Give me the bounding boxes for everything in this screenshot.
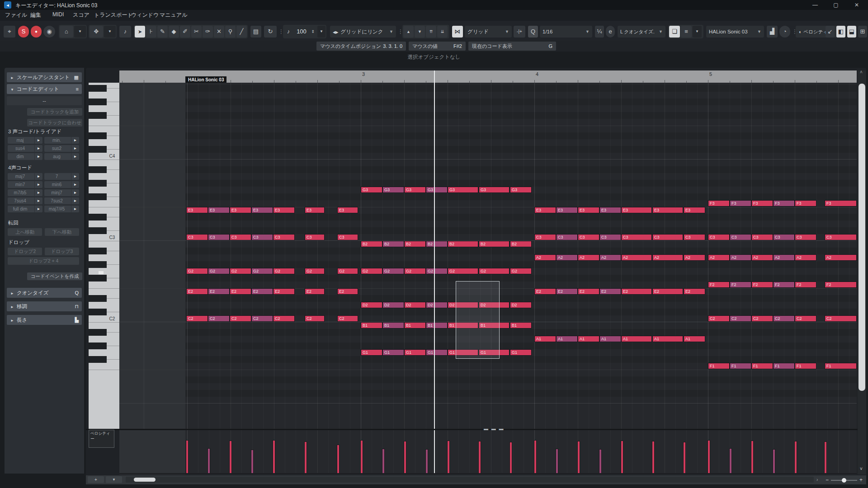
midi-note[interactable]: E3 — [621, 207, 652, 213]
midi-note[interactable]: A1 — [556, 336, 578, 342]
midi-note[interactable]: A2 — [652, 254, 683, 261]
chord-apply-arrow-icon[interactable]: ► — [71, 137, 79, 144]
midi-note[interactable]: A2 — [751, 254, 773, 261]
midi-note[interactable]: C2 — [795, 315, 816, 322]
midi-note[interactable]: E3 — [305, 207, 325, 213]
midi-note[interactable]: B2 — [404, 241, 426, 247]
midi-note[interactable]: E3 — [652, 207, 683, 213]
record-in-editor-button[interactable]: ● — [31, 26, 42, 38]
midi-note[interactable]: C2 — [751, 315, 773, 322]
midi-note[interactable]: C3 — [556, 234, 578, 240]
midi-note[interactable]: E3 — [599, 207, 621, 213]
midi-note[interactable]: C3 — [621, 234, 652, 240]
midi-note[interactable]: C3 — [578, 234, 599, 240]
velocity-bar[interactable] — [337, 445, 339, 473]
swing-icon[interactable]: ¼ — [595, 26, 604, 38]
chord-apply-arrow-icon[interactable]: ► — [34, 206, 42, 212]
velocity-bar[interactable] — [730, 449, 731, 473]
midi-note[interactable]: E2 — [684, 288, 705, 295]
velocity-bar[interactable] — [404, 441, 406, 473]
midi-note[interactable]: G1 — [382, 349, 404, 356]
zoom-slider-knob[interactable] — [842, 478, 846, 483]
midi-note[interactable]: A1 — [534, 336, 556, 342]
midi-note[interactable]: G3 — [382, 187, 404, 193]
midi-note[interactable]: F1 — [730, 363, 751, 369]
black-key[interactable] — [89, 99, 107, 105]
velocity-bar[interactable] — [208, 449, 210, 473]
pitch-visibility-dropdown[interactable]: ▼ — [74, 26, 86, 38]
velocity-bar[interactable] — [273, 441, 275, 473]
midi-note[interactable]: B2 — [382, 241, 404, 247]
midi-note[interactable]: C3 — [251, 234, 273, 240]
scale-assistant-header[interactable]: ►スケールアシスタント▦ — [7, 72, 82, 82]
velocity-bar[interactable] — [684, 442, 685, 473]
tetrad-7sus4[interactable]: 7sus4► — [8, 197, 42, 204]
quantize-section-header[interactable]: ►クオンタイズQ — [7, 288, 82, 298]
midi-note[interactable]: E2 — [273, 288, 295, 295]
part-list-dropdown[interactable]: ▼ — [693, 26, 702, 38]
vertical-scrollbar[interactable]: ˄ ˅ — [858, 70, 866, 474]
midi-note[interactable]: E2 — [230, 288, 251, 295]
quantize-icon[interactable]: Q — [528, 26, 538, 38]
midi-note[interactable]: E2 — [578, 288, 599, 295]
midi-note[interactable]: B1 — [510, 322, 532, 328]
midi-note[interactable]: E2 — [534, 288, 556, 295]
chord-apply-arrow-icon[interactable]: ► — [71, 197, 79, 204]
midi-knob-icon[interactable]: ◔ — [779, 26, 790, 38]
midi-note[interactable]: B1 — [426, 322, 448, 328]
black-key[interactable] — [89, 248, 107, 254]
black-key[interactable] — [89, 295, 107, 302]
midi-note[interactable]: E2 — [556, 288, 578, 295]
black-key[interactable] — [89, 227, 107, 234]
create-chord-event-button[interactable]: コードイベントを作成 — [27, 272, 82, 280]
tetrad-maj75[interactable]: maj7/#5► — [44, 206, 79, 212]
midi-note[interactable]: A1 — [578, 336, 599, 342]
maximize-button[interactable]: ▢ — [828, 0, 844, 10]
chord-apply-arrow-icon[interactable]: ► — [34, 173, 42, 180]
playhead-ruler[interactable] — [434, 70, 435, 83]
midi-note[interactable]: A1 — [621, 336, 652, 342]
insert-velocity-value[interactable]: 100 — [294, 26, 309, 38]
chord-apply-arrow-icon[interactable]: ► — [71, 145, 79, 152]
pen-tool[interactable]: ✐ — [180, 26, 190, 38]
black-key[interactable] — [89, 356, 107, 363]
midi-note[interactable]: A2 — [599, 254, 621, 261]
triad-sus2[interactable]: sus2► — [44, 145, 79, 152]
solo-button[interactable]: S — [18, 26, 29, 38]
midi-note[interactable]: E3 — [684, 207, 705, 213]
chord-edit-header[interactable]: ▼コードエディット≡ — [7, 84, 82, 94]
black-key[interactable] — [89, 180, 107, 187]
menu-item-3[interactable]: スコア — [73, 11, 90, 19]
zoom-slider[interactable]: − + — [826, 476, 863, 483]
midi-note[interactable]: A1 — [599, 336, 621, 342]
midi-note[interactable]: C2 — [825, 315, 857, 322]
midi-note[interactable]: C3 — [708, 234, 730, 240]
midi-note[interactable]: B2 — [479, 241, 509, 247]
glue-tool[interactable]: ✑ — [203, 26, 213, 38]
chord-apply-arrow-icon[interactable]: ► — [71, 206, 79, 212]
velocity-bar[interactable] — [534, 441, 536, 473]
independent-loop-icon[interactable]: ↻ — [264, 26, 277, 38]
midi-note[interactable]: E2 — [251, 288, 273, 295]
quantize-edit-icon[interactable]: e — [606, 26, 615, 38]
midi-note[interactable]: C3 — [684, 234, 705, 240]
acoustic-feedback-icon[interactable]: ◉ — [43, 26, 55, 38]
transpose-section-header[interactable]: ►移調⊓ — [7, 301, 82, 311]
scroll-right-icon[interactable]: › — [816, 477, 818, 482]
show-lower-zone-icon[interactable]: ⬓ — [847, 26, 856, 38]
midi-note[interactable]: E3 — [578, 207, 599, 213]
midi-note[interactable]: C2 — [337, 315, 358, 322]
velocity-bar[interactable] — [479, 441, 481, 473]
note-move-icon[interactable]: ✥ — [90, 26, 103, 38]
midi-note[interactable]: C2 — [208, 315, 230, 322]
midi-note[interactable]: A2 — [730, 254, 751, 261]
drop3-button[interactable]: ドロップ3 — [45, 248, 79, 255]
velocity-bar[interactable] — [230, 441, 231, 473]
velocity-bar[interactable] — [773, 450, 775, 473]
midi-note[interactable]: G2 — [186, 268, 208, 274]
midi-note[interactable]: F1 — [825, 363, 857, 369]
close-button[interactable]: ✕ — [849, 0, 864, 10]
black-key[interactable] — [89, 85, 107, 92]
midi-note[interactable]: G1 — [426, 349, 448, 356]
open-in-lower-zone-icon[interactable]: ↙ — [826, 26, 835, 38]
